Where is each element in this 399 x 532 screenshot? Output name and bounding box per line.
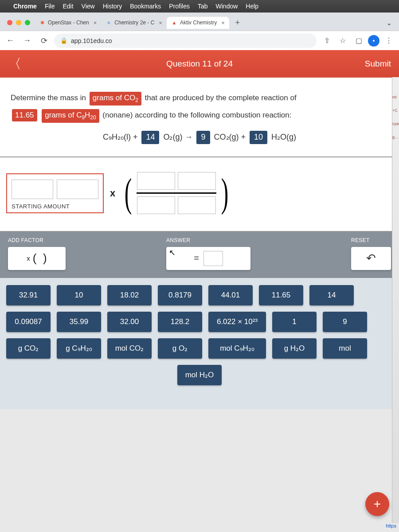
tab-openstax[interactable]: ✱ OpenStax - Chen ×: [35, 17, 101, 29]
reload-button[interactable]: ⟳: [37, 34, 51, 47]
right-edge-peek: nir +C cyan g…: [392, 77, 399, 523]
profile-avatar[interactable]: •: [368, 35, 379, 47]
cursor-icon: ↖: [169, 248, 176, 258]
menu-history[interactable]: History: [103, 3, 122, 10]
starting-unit-box[interactable]: [57, 180, 98, 199]
close-icon[interactable]: ×: [159, 20, 162, 26]
menu-view[interactable]: View: [82, 3, 95, 10]
kp-mol-c9h20[interactable]: mol C₉H₂₀: [208, 338, 266, 359]
work-area: STARTING AMOUNT x ( ): [0, 156, 399, 232]
kp-0.8179[interactable]: 0.8179: [158, 285, 202, 305]
kp-128.2[interactable]: 128.2: [158, 312, 202, 332]
submit-button[interactable]: Submit: [365, 59, 391, 69]
keypad: 32.91 10 18.02 0.8179 44.01 11.65 14 0.0…: [0, 278, 399, 409]
kp-1[interactable]: 1: [272, 312, 317, 332]
tab-chem2e[interactable]: ≡ Chemistry 2e - C ×: [101, 17, 167, 29]
eq-coef: 9: [196, 131, 210, 144]
answer-box[interactable]: ↖ =: [166, 247, 250, 270]
menu-app[interactable]: Chrome: [13, 3, 37, 10]
kp-9[interactable]: 9: [323, 312, 367, 332]
kp-g-o2[interactable]: g O₂: [158, 338, 202, 359]
menu-icon[interactable]: ⋮: [382, 34, 395, 47]
kp-35.99[interactable]: 35.99: [57, 312, 101, 332]
favicon-icon: ≡: [106, 20, 112, 26]
kp-32.00[interactable]: 32.00: [107, 312, 152, 332]
tab-aktiv[interactable]: ▲ Aktiv Chemistry ×: [167, 17, 229, 29]
chevron-down-icon[interactable]: ⌄: [382, 17, 396, 29]
eq-coef: 14: [141, 131, 159, 144]
reset-button[interactable]: ↶: [351, 247, 391, 270]
kp-g-co2[interactable]: g CO₂: [6, 338, 51, 359]
window-minimize[interactable]: [16, 20, 21, 25]
app-header: 〈 Question 11 of 24 Submit: [0, 50, 399, 78]
kp-avogadro[interactable]: 6.022 × 10²³: [208, 312, 266, 332]
address-bar: ← → ⟳ 🔒 app.101edu.co ⇧ ☆ ▢ • ⋮: [0, 31, 399, 50]
eq-product: CO₂(g) +: [214, 133, 246, 141]
back-button[interactable]: ←: [4, 34, 17, 47]
kp-11.65[interactable]: 11.65: [259, 285, 303, 305]
kp-0.09087[interactable]: 0.09087: [6, 312, 51, 332]
starting-amount-group[interactable]: STARTING AMOUNT: [6, 173, 104, 213]
fraction-line: [137, 192, 216, 194]
extensions-icon[interactable]: ▢: [352, 34, 365, 47]
window-maximize[interactable]: [25, 20, 30, 25]
forward-button[interactable]: →: [20, 34, 34, 47]
close-icon[interactable]: ×: [221, 20, 225, 26]
menu-tab[interactable]: Tab: [198, 3, 208, 10]
kp-32.91[interactable]: 32.91: [6, 285, 51, 305]
answer-target-chip: grams of CO2: [90, 92, 141, 106]
menu-window[interactable]: Window: [216, 3, 238, 10]
add-factor-button[interactable]: x( ): [8, 247, 66, 270]
kp-44.01[interactable]: 44.01: [208, 285, 253, 305]
eq-reactant: C₉H₂₀(l) +: [103, 133, 138, 141]
menu-file[interactable]: File: [45, 3, 55, 10]
menu-edit[interactable]: Edit: [63, 3, 73, 10]
paren-left-icon: (: [125, 176, 132, 210]
favicon-icon: ✱: [39, 20, 45, 26]
status-text: https: [386, 523, 396, 528]
tab-label: Aktiv Chemistry: [180, 20, 217, 26]
new-tab-button[interactable]: +: [232, 17, 243, 28]
eq-product: H₂O(g): [271, 133, 296, 141]
kp-mol-h2o[interactable]: mol H₂O: [177, 365, 222, 385]
numerator-value[interactable]: [137, 172, 175, 190]
close-icon[interactable]: ×: [94, 20, 97, 26]
status-bar: https: [0, 523, 399, 532]
kp-14[interactable]: 14: [309, 285, 354, 305]
question-title: Question 11 of 24: [166, 59, 233, 69]
equation: C₉H₂₀(l) + 14 O₂(g) → 9 CO₂(g) + 10 H₂O(…: [11, 128, 388, 146]
denominator-unit[interactable]: [178, 196, 216, 214]
kp-18.02[interactable]: 18.02: [107, 285, 152, 305]
q-text: Determine the mass in: [11, 94, 86, 102]
eq-reactant: O₂(g) →: [163, 133, 192, 141]
mac-menubar: Chrome File Edit View History Bookmarks …: [0, 0, 399, 12]
paren-right-icon: ): [221, 176, 228, 210]
star-icon[interactable]: ☆: [336, 34, 349, 47]
kp-g-c9h20[interactable]: g C₉H₂₀: [57, 338, 101, 359]
starting-value-box[interactable]: [12, 180, 53, 199]
kp-mol-co2[interactable]: mol CO₂: [107, 338, 152, 359]
tab-label: OpenStax - Chen: [48, 20, 89, 26]
numerator-unit[interactable]: [178, 172, 216, 190]
url-field[interactable]: 🔒 app.101edu.co: [54, 34, 317, 48]
tab-label: Chemistry 2e - C: [114, 20, 154, 26]
controls-bar: ADD FACTOR x( ) ANSWER ↖ = RESET ↶: [0, 232, 399, 278]
fab-add-button[interactable]: +: [365, 492, 389, 516]
menu-help[interactable]: Help: [246, 3, 258, 10]
times-symbol: x: [110, 188, 115, 199]
answer-input[interactable]: [203, 251, 223, 266]
denominator-value[interactable]: [137, 196, 175, 214]
share-icon[interactable]: ⇧: [320, 34, 333, 47]
kp-mol[interactable]: mol: [323, 338, 367, 359]
menu-bookmarks[interactable]: Bookmarks: [130, 3, 161, 10]
favicon-icon: ▲: [171, 20, 177, 26]
starting-amount-label: STARTING AMOUNT: [12, 203, 70, 210]
eq-coef: 10: [250, 131, 267, 144]
back-chevron-icon[interactable]: 〈: [8, 55, 21, 73]
kp-g-h2o[interactable]: g H₂O: [272, 338, 317, 359]
menu-profiles[interactable]: Profiles: [169, 3, 190, 10]
kp-10[interactable]: 10: [57, 285, 101, 305]
tab-strip: ✱ OpenStax - Chen × ≡ Chemistry 2e - C ×…: [0, 13, 399, 31]
window-close[interactable]: [7, 20, 12, 25]
keypad-row: 0.09087 35.99 32.00 128.2 6.022 × 10²³ 1…: [6, 312, 393, 332]
